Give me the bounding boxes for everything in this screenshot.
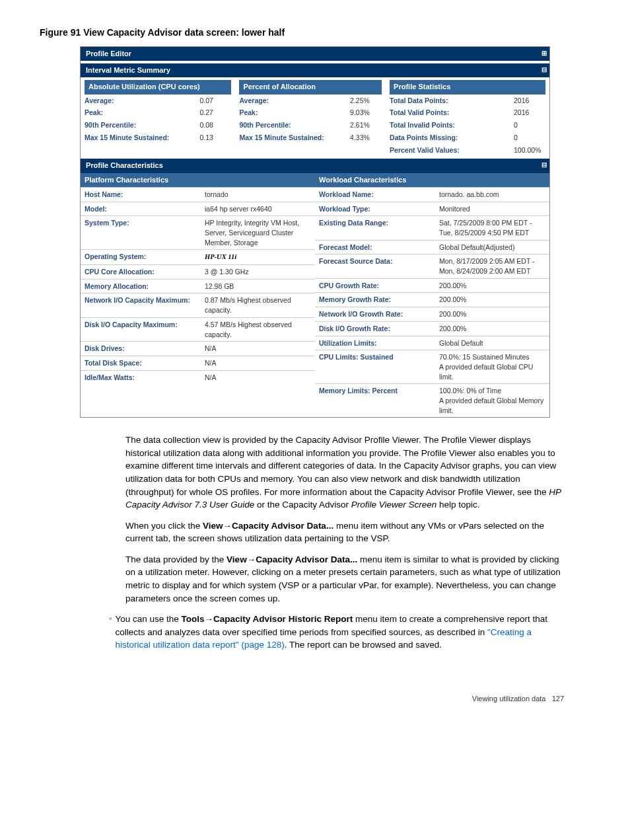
row-label: CPU Growth Rate: (315, 278, 435, 293)
table-row: Total Disk Space:N/A (81, 356, 315, 370)
paragraph: The data provided by the View→Capacity A… (125, 553, 564, 605)
metric-row: Total Invalid Points:0 (390, 119, 545, 132)
metric-val: 9.03% (350, 108, 382, 118)
text: . The report can be browsed and saved. (285, 640, 442, 650)
row-val: 200.00% (435, 293, 549, 307)
row-label: CPU Core Allocation: (81, 265, 201, 280)
table-row: Model:ia64 hp server rx4640 (81, 202, 315, 216)
profile-char-title: Profile Characteristics (86, 161, 163, 169)
metric-label: Max 15 Minute Sustained: (85, 133, 199, 143)
italic-text: Profile Viewer Screen (351, 500, 437, 510)
metric-label: Peak: (239, 108, 350, 118)
metric-val: 0.07 (199, 96, 231, 106)
row-label: Total Disk Space: (81, 356, 201, 370)
paragraph: When you click the View→Capacity Advisor… (125, 519, 564, 545)
metric-label: Total Valid Points: (390, 108, 514, 118)
metric-label: Average: (239, 96, 350, 106)
metric-row: Average:2.25% (239, 95, 382, 107)
metric-row: Average:0.07 (85, 95, 231, 107)
row-label: Forecast Model: (315, 240, 435, 254)
metric-val: 4.33% (350, 133, 382, 143)
table-row: Forecast Model:Global Default(Adjusted) (315, 240, 549, 254)
row-val: Mon, 8/17/2009 2:05 AM EDT - Mon, 8/24/2… (435, 254, 549, 278)
workload-char-header: Workload Characteristics (315, 173, 549, 187)
row-val: 200.00% (435, 278, 549, 293)
bold-text: Tools→Capacity Advisor Historic Report (182, 614, 353, 624)
row-val: tornado (201, 187, 315, 202)
table-row: CPU Growth Rate:200.00% (315, 278, 549, 293)
profile-editor-title: Profile Editor (86, 50, 131, 57)
row-val: 0.87 Mb/s Highest observed capacity. (201, 293, 315, 317)
metric-row: Percent Valid Values:100.00% (390, 144, 545, 157)
metric-val: 2.25% (350, 96, 382, 106)
platform-char-table: Host Name:tornado Model:ia64 hp server r… (81, 187, 315, 384)
metric-val: 2016 (514, 96, 545, 106)
bold-text: View→Capacity Advisor Data... (203, 521, 333, 531)
interval-metric-header: Interval Metric Summary ⊟ (81, 63, 549, 77)
row-label: Host Name: (81, 187, 201, 202)
pct-alloc-header: Percent of Allocation (239, 80, 382, 94)
metric-label: Percent Valid Values: (390, 145, 514, 155)
interval-metric-body: Absolute Utilization (CPU cores) Average… (81, 77, 549, 159)
row-label: Disk I/O Growth Rate: (315, 321, 435, 336)
row-label: Workload Type: (315, 202, 435, 216)
row-label: Disk I/O Capacity Maximum: (81, 317, 201, 341)
row-val: Global Default (435, 336, 549, 350)
page-number: 127 (552, 695, 564, 703)
footer-text: Viewing utilization data (472, 695, 546, 703)
table-row: Memory Growth Rate:200.00% (315, 293, 549, 307)
table-row: Idle/Max Watts:N/A (81, 370, 315, 384)
row-label: Workload Name: (315, 187, 435, 202)
interval-metric-title: Interval Metric Summary (86, 66, 170, 74)
paragraph: The data collection view is provided by … (125, 434, 564, 511)
table-row: Host Name:tornado (81, 187, 315, 202)
row-val: 70.0%: 15 Sustained Minutes A provided d… (435, 350, 549, 384)
metric-label: Total Invalid Points: (390, 120, 514, 130)
metric-row: Total Data Points:2016 (390, 95, 545, 107)
table-row: Network I/O Growth Rate:200.00% (315, 307, 549, 322)
table-row: Disk I/O Capacity Maximum:4.57 MB/s High… (81, 317, 315, 341)
metric-row: Max 15 Minute Sustained:0.13 (85, 132, 231, 144)
profile-editor-header: Profile Editor ⊞ (81, 47, 549, 61)
profile-char-body: Platform Characteristics Host Name:torna… (81, 173, 549, 418)
metric-label: Average: (85, 96, 199, 106)
metric-label: Data Points Missing: (390, 133, 514, 143)
metric-label: Total Data Points: (390, 96, 514, 106)
platform-char-header: Platform Characteristics (81, 173, 315, 187)
bullet-item: ◦ You can use the Tools→Capacity Advisor… (109, 613, 564, 654)
row-val: 200.00% (435, 321, 549, 336)
row-label: Network I/O Capacity Maximum: (81, 293, 201, 317)
row-label: Disk Drives: (81, 342, 201, 356)
table-row: Network I/O Capacity Maximum:0.87 Mb/s H… (81, 293, 315, 317)
plus-icon[interactable]: ⊞ (542, 49, 547, 58)
profile-char-header: Profile Characteristics ⊟ (81, 159, 549, 172)
text: The data provided by the (125, 554, 227, 564)
row-val: tornado. aa.bb.com (435, 187, 549, 202)
metric-row: Total Valid Points:2016 (390, 106, 545, 119)
row-val: Global Default(Adjusted) (435, 240, 549, 254)
bullet-marker: ◦ (109, 613, 116, 654)
row-val: 3 @ 1.30 GHz (201, 265, 315, 280)
row-label: Memory Growth Rate: (315, 293, 435, 307)
minus-icon[interactable]: ⊟ (542, 65, 547, 75)
row-val: N/A (201, 356, 315, 370)
row-val: Sat, 7/25/2009 8:00 PM EDT - Tue, 8/25/2… (435, 216, 549, 240)
metric-val: 0 (514, 120, 545, 130)
row-val: 100.0%: 0% of Time A provided default Gl… (435, 384, 549, 418)
minus-icon[interactable]: ⊟ (542, 161, 547, 170)
text: or the Capacity Advisor (254, 500, 351, 510)
text: help topic. (437, 500, 479, 510)
table-row: Disk I/O Growth Rate:200.00% (315, 321, 549, 336)
row-label: Network I/O Growth Rate: (315, 307, 435, 322)
metric-row: Peak:0.27 (85, 106, 231, 119)
row-label: Existing Data Range: (315, 216, 435, 240)
table-row: Workload Type:Monitored (315, 202, 549, 216)
row-val: HP-UX 11i (201, 250, 315, 265)
page-footer: Viewing utilization data 127 (40, 694, 564, 704)
row-val: 200.00% (435, 307, 549, 322)
metric-val: 100.00% (514, 145, 545, 155)
row-val: HP Integrity, Integrity VM Host, Server,… (201, 216, 315, 250)
row-val: 4.57 MB/s Highest observed capacity. (201, 317, 315, 341)
metric-val: 2016 (514, 108, 545, 118)
metric-label: 90th Percentile: (239, 120, 350, 130)
